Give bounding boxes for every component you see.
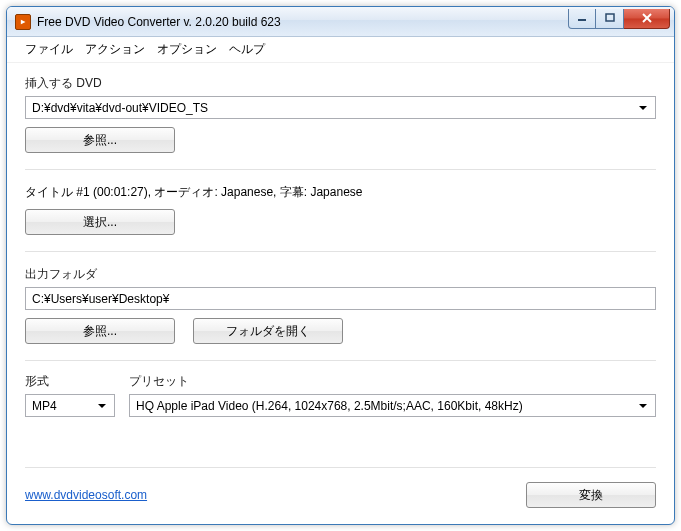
menubar: ファイル アクション オプション ヘルプ — [7, 37, 674, 63]
dvd-insert-label: 挿入する DVD — [25, 75, 656, 92]
menu-action[interactable]: アクション — [85, 41, 145, 58]
app-window: ▸ Free DVD Video Converter v. 2.0.20 bui… — [6, 6, 675, 525]
output-path-field[interactable]: C:¥Users¥user¥Desktop¥ — [25, 287, 656, 310]
dvd-path-value: D:¥dvd¥vita¥dvd-out¥VIDEO_TS — [32, 101, 208, 115]
format-combo[interactable]: MP4 — [25, 394, 115, 417]
convert-button[interactable]: 変換 — [526, 482, 656, 508]
window-title: Free DVD Video Converter v. 2.0.20 build… — [37, 15, 568, 29]
maximize-icon — [605, 13, 615, 23]
title-info-text: タイトル #1 (00:01:27), オーディオ: Japanese, 字幕:… — [25, 184, 656, 201]
browse-dvd-button[interactable]: 参照... — [25, 127, 175, 153]
browse-output-button[interactable]: 参照... — [25, 318, 175, 344]
select-button[interactable]: 選択... — [25, 209, 175, 235]
chevron-down-icon — [94, 395, 110, 416]
svg-rect-1 — [606, 14, 614, 21]
titlebar: ▸ Free DVD Video Converter v. 2.0.20 bui… — [7, 7, 674, 37]
menu-help[interactable]: ヘルプ — [229, 41, 265, 58]
close-icon — [641, 13, 653, 23]
preset-label: プリセット — [129, 373, 656, 390]
window-controls — [568, 9, 670, 29]
chevron-down-icon — [635, 97, 651, 118]
dvd-path-combo[interactable]: D:¥dvd¥vita¥dvd-out¥VIDEO_TS — [25, 96, 656, 119]
chevron-down-icon — [635, 395, 651, 416]
footer: www.dvdvideosoft.com 変換 — [25, 467, 656, 508]
format-label: 形式 — [25, 373, 115, 390]
divider — [25, 169, 656, 170]
format-value: MP4 — [32, 399, 57, 413]
content-area: 挿入する DVD D:¥dvd¥vita¥dvd-out¥VIDEO_TS 参照… — [7, 63, 674, 524]
preset-value: HQ Apple iPad Video (H.264, 1024x768, 2.… — [136, 399, 523, 413]
preset-combo[interactable]: HQ Apple iPad Video (H.264, 1024x768, 2.… — [129, 394, 656, 417]
minimize-icon — [577, 13, 587, 23]
maximize-button[interactable] — [596, 9, 624, 29]
open-folder-button[interactable]: フォルダを開く — [193, 318, 343, 344]
menu-options[interactable]: オプション — [157, 41, 217, 58]
minimize-button[interactable] — [568, 9, 596, 29]
svg-rect-0 — [578, 19, 586, 21]
close-button[interactable] — [624, 9, 670, 29]
app-icon: ▸ — [15, 14, 31, 30]
output-folder-label: 出力フォルダ — [25, 266, 656, 283]
output-path-value: C:¥Users¥user¥Desktop¥ — [32, 292, 169, 306]
divider — [25, 251, 656, 252]
divider — [25, 360, 656, 361]
website-link[interactable]: www.dvdvideosoft.com — [25, 488, 147, 502]
menu-file[interactable]: ファイル — [25, 41, 73, 58]
